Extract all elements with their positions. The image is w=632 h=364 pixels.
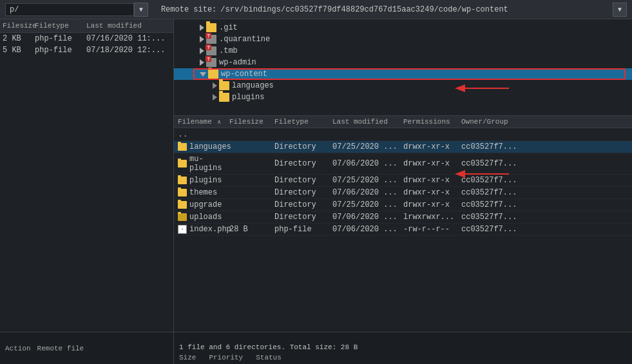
- files-header: Filename ∧ Filesize Filetype Last modifi…: [174, 116, 632, 128]
- file-permissions: lrwxrwxr...: [403, 213, 461, 222]
- expand-icon: [200, 72, 206, 77]
- tree-item-git[interactable]: .git: [174, 22, 632, 34]
- file-icon: ▪: [178, 225, 187, 234]
- file-modified: 07/06/2020 ...: [332, 225, 403, 234]
- collapse-icon: [200, 24, 204, 31]
- tree-item-label: .git: [219, 23, 238, 32]
- tree-item-wpcontent[interactable]: wp-content: [174, 68, 632, 80]
- file-owner: cc03527f7...: [461, 225, 526, 234]
- file-modified: 07/06/2020 ...: [332, 188, 403, 197]
- collapse-icon: [200, 59, 204, 66]
- file-permissions: drwxr-xr-x: [403, 200, 461, 209]
- folder-icon: [206, 23, 216, 32]
- status-left: Action Remote file: [0, 332, 174, 364]
- file-type: Directory: [274, 142, 332, 151]
- folder-icon: [178, 213, 187, 221]
- status-col-label: Status: [256, 354, 282, 361]
- left-col-type: Filetype: [35, 22, 86, 30]
- folder-icon: [178, 177, 187, 184]
- table-row[interactable]: languages Directory 07/25/2020 ... drwxr…: [174, 141, 632, 153]
- question-badge: ?: [206, 56, 211, 62]
- file-name: languages: [189, 142, 231, 151]
- left-col-size: Filesize: [3, 22, 35, 30]
- file-name: uploads: [189, 213, 222, 222]
- files-table: .. languages Directory 07/25: [174, 128, 632, 332]
- file-permissions: -rw-r--r--: [403, 225, 461, 234]
- folder-icon: [178, 201, 187, 209]
- left-files: 2 KB php-file 07/16/2020 11:... 5 KB php…: [0, 33, 173, 332]
- col-filesize[interactable]: Filesize: [229, 118, 274, 126]
- folder-icon: [178, 143, 187, 151]
- tree-item-label: plugins: [232, 93, 264, 102]
- tree-item-label: .tmb: [219, 46, 238, 55]
- file-type: php-file: [35, 34, 86, 43]
- list-item[interactable]: 2 KB php-file 07/16/2020 11:...: [0, 33, 173, 44]
- table-row[interactable]: themes Directory 07/06/2020 ... drwxr-xr…: [174, 187, 632, 199]
- table-row[interactable]: mu-plugins Directory 07/06/2020 ... drwx…: [174, 153, 632, 175]
- remote-file-label: Remote file: [37, 345, 84, 352]
- tree-item-quarantine[interactable]: ? .quarantine: [174, 34, 632, 45]
- col-filetype[interactable]: Filetype: [274, 118, 332, 126]
- file-name: themes: [189, 188, 217, 197]
- tree-item-tmb[interactable]: ? .tmb: [174, 45, 632, 57]
- folder-icon: [178, 189, 187, 196]
- table-row[interactable]: ▪ index.php 28 B php-file 07/06/2020 ...…: [174, 224, 632, 236]
- folder-icon: [219, 93, 229, 102]
- tree-item-label: wp-admin: [219, 58, 256, 67]
- left-col-modified: Last modified: [86, 22, 170, 30]
- tree-item-label: wp-content: [221, 70, 267, 79]
- status-columns: Size Priority Status: [179, 354, 627, 361]
- file-type: php-file: [35, 46, 86, 55]
- tree-area: .git ? .quarantine ?: [174, 19, 632, 116]
- question-badge: ?: [206, 44, 211, 50]
- col-permissions[interactable]: Permissions: [403, 118, 461, 126]
- status-summary: 1 file and 6 directories. Total size: 28…: [179, 343, 627, 354]
- table-row[interactable]: plugins Directory 07/25/2020 ... drwxr-x…: [174, 175, 632, 187]
- file-type: Directory: [274, 213, 332, 222]
- file-modified: 07/16/2020 11:...: [86, 34, 170, 43]
- file-type: Directory: [274, 188, 332, 197]
- question-badge: ?: [206, 33, 211, 39]
- parent-dir-icon: ..: [178, 129, 188, 139]
- file-name: plugins: [189, 176, 222, 185]
- file-modified: 07/06/2020 ...: [332, 159, 403, 168]
- folder-icon: [219, 81, 229, 90]
- file-type: Directory: [274, 176, 332, 185]
- col-owner-group[interactable]: Owner/Group: [461, 118, 526, 126]
- file-owner: cc03527f7...: [461, 176, 526, 185]
- file-permissions: drwxr-xr-x: [403, 188, 461, 197]
- file-size: 5 KB: [3, 46, 35, 55]
- tree-item-wpcontent-wrapper: wp-content: [174, 68, 632, 80]
- local-path-input[interactable]: [5, 3, 134, 16]
- file-type: php-file: [274, 225, 332, 234]
- file-name: index.php: [189, 225, 231, 234]
- file-owner: cc03527f7...: [461, 159, 526, 168]
- file-owner: cc03527f7...: [461, 200, 526, 209]
- file-permissions: drwxr-xr-x: [403, 142, 461, 151]
- tree-item-languages[interactable]: languages: [174, 80, 632, 91]
- col-filename[interactable]: Filename ∧: [178, 118, 229, 126]
- file-name: upgrade: [189, 200, 222, 209]
- file-permissions: drwxr-xr-x: [403, 159, 461, 168]
- tree-item-wpadmin[interactable]: ? wp-admin: [174, 57, 632, 68]
- tree-item-plugins-tree[interactable]: plugins: [174, 91, 632, 103]
- folder-icon: [178, 160, 187, 168]
- list-item[interactable]: 5 KB php-file 07/18/2020 12:...: [0, 44, 173, 56]
- remote-path: /srv/bindings/cc03527f79df48829cd767d15a…: [220, 5, 613, 14]
- remote-path-dropdown[interactable]: ▼: [613, 3, 627, 17]
- file-modified: 07/25/2020 ...: [332, 200, 403, 209]
- file-modified: 07/18/2020 12:...: [86, 46, 170, 55]
- action-label: Action: [5, 345, 31, 352]
- tree-item-label: languages: [232, 81, 274, 90]
- left-panel: Filesize Filetype Last modified 2 KB php…: [0, 19, 174, 332]
- table-row[interactable]: upgrade Directory 07/25/2020 ... drwxr-x…: [174, 199, 632, 211]
- local-path-dropdown[interactable]: ▼: [134, 3, 148, 17]
- collapse-icon: [213, 94, 217, 101]
- col-last-modified[interactable]: Last modified: [332, 118, 403, 126]
- table-row[interactable]: ..: [174, 128, 632, 141]
- collapse-icon: [213, 82, 217, 89]
- remote-label: Remote site:: [161, 5, 216, 14]
- file-owner: cc03527f7...: [461, 213, 526, 222]
- table-row[interactable]: uploads Directory 07/06/2020 ... lrwxrwx…: [174, 211, 632, 224]
- sort-icon: ∧: [217, 119, 220, 126]
